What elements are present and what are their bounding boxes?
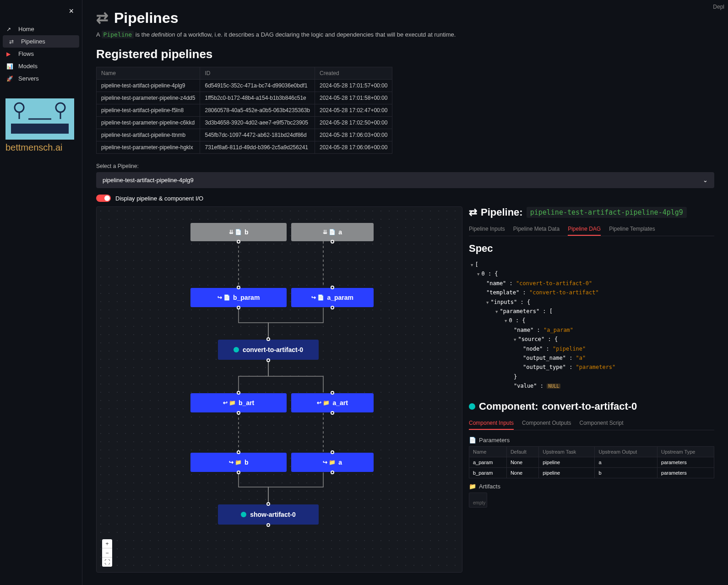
shuffle-icon: ⇄: [469, 206, 477, 218]
logo: bettmensch.ai: [5, 98, 76, 153]
pipeline-detail-title: ⇄ Pipeline: pipeline-test-artifact-pipel…: [469, 206, 714, 218]
tab-pipeline-templates[interactable]: Pipeline Templates: [609, 223, 655, 236]
output-icon: ↩ 📁: [317, 400, 330, 406]
close-icon[interactable]: ×: [69, 6, 74, 16]
table-row[interactable]: pipeline-test-parameter-pipeline-c6kkd3d…: [97, 117, 392, 129]
input-icon: ↪ 📄: [311, 294, 324, 301]
tab-pipeline-dag[interactable]: Pipeline DAG: [568, 223, 601, 236]
node-a-param[interactable]: ↪ 📄a_param: [291, 288, 374, 307]
code-pipeline: Pipeline: [102, 31, 134, 38]
tab-pipeline-meta[interactable]: Pipeline Meta Data: [513, 223, 560, 236]
tab-component-outputs[interactable]: Component Outputs: [522, 417, 571, 430]
pipelines-icon: ⇄: [9, 38, 17, 45]
component-title: Component: convert-to-artifact-0: [469, 401, 714, 412]
col-name: Name: [97, 67, 200, 80]
pipeline-select[interactable]: pipeline-test-artifact-pipeline-4plg9 ⌄: [96, 172, 714, 188]
component-name-badge: convert-to-artifact-0: [542, 401, 637, 412]
main: Depl ⇄ Pipelines A Pipeline is the defin…: [82, 0, 728, 585]
collapse-icon: ⇊ 📄: [323, 229, 336, 235]
nav-servers[interactable]: 🚀Servers: [0, 72, 82, 85]
pipeline-tabs: Pipeline Inputs Pipeline Meta Data Pipel…: [469, 223, 714, 236]
nav-label: Home: [18, 26, 34, 32]
models-icon: 📊: [6, 63, 15, 70]
input-icon: ↪ 📁: [229, 459, 242, 466]
spec-heading: Spec: [469, 243, 714, 255]
folder-icon: 📁: [469, 483, 476, 490]
task-dot-icon: [234, 347, 239, 352]
nav-models[interactable]: 📊Models: [0, 60, 82, 72]
table-row[interactable]: pipeline-test-artifact-pipeline-4plg96d5…: [97, 80, 392, 92]
component-tabs: Component Inputs Component Outputs Compo…: [469, 417, 714, 430]
col-id: ID: [200, 67, 315, 80]
page-description: A Pipeline is the definition of a workfl…: [96, 31, 714, 38]
node-input-a[interactable]: ⇊ 📄a: [291, 223, 374, 241]
node-input-b[interactable]: ⇊ 📄b: [190, 223, 287, 241]
table-row: b_paramNonepipelinebparameters: [469, 468, 714, 478]
page-title: ⇄ Pipelines: [96, 9, 714, 27]
table-row[interactable]: pipeline-test-artifact-pipeline-ttnmb545…: [97, 129, 392, 141]
zoom-fit-button[interactable]: ⛶: [102, 558, 112, 567]
node-convert[interactable]: convert-to-artifact-0: [218, 340, 319, 360]
tab-pipeline-inputs[interactable]: Pipeline Inputs: [469, 223, 505, 236]
node-b-param[interactable]: ↪ 📄b_param: [190, 288, 287, 307]
top-right-text: Depl: [713, 4, 724, 10]
node-show[interactable]: show-artifact-0: [218, 504, 319, 525]
artifacts-heading: 📁Artifacts: [469, 483, 714, 490]
nav-home[interactable]: ↗Home: [0, 23, 82, 35]
io-toggle-row: Display pipeline & component I/O: [96, 195, 714, 202]
registered-heading: Registered pipelines: [96, 47, 714, 61]
sidebar: × ↗Home ⇄Pipelines ▶Flows 📊Models 🚀Serve…: [0, 0, 82, 585]
parameters-heading: 📄Parameters: [469, 437, 714, 444]
nav-label: Pipelines: [21, 38, 45, 45]
zoom-controls: + − ⛶: [102, 539, 112, 567]
io-toggle[interactable]: [96, 195, 111, 202]
nav-label: Models: [18, 63, 38, 70]
nav-pipelines[interactable]: ⇄Pipelines: [3, 35, 79, 48]
table-row[interactable]: pipeline-test-parameter-pipeline-z4dd51f…: [97, 92, 392, 104]
logo-image: [5, 98, 74, 140]
brand-text: bettmensch.ai: [5, 142, 76, 153]
registered-table: Name ID Created pipeline-test-artifact-p…: [96, 67, 392, 154]
pipeline-name-badge: pipeline-test-artifact-pipeline-4plg9: [527, 207, 687, 218]
output-icon: ↩ 📁: [223, 400, 236, 406]
node-a-out[interactable]: ↪ 📁a: [291, 453, 374, 472]
nav: ↗Home ⇄Pipelines ▶Flows 📊Models 🚀Servers: [0, 23, 82, 85]
input-icon: ↪ 📁: [323, 459, 336, 466]
table-row[interactable]: pipeline-test-parameter-pipeline-hgklx73…: [97, 141, 392, 154]
spec-json[interactable]: ▼[ ▼0 : { "name" : "convert-to-artifact-…: [469, 258, 714, 392]
task-dot-icon: [241, 512, 246, 517]
svg-rect-1: [11, 124, 69, 134]
tab-component-script[interactable]: Component Script: [579, 417, 623, 430]
params-icon: 📄: [469, 437, 476, 444]
dag-panel[interactable]: ⇊ 📄b ⇊ 📄a ↪ 📄b_param ↪ 📄a_param convert-…: [96, 206, 462, 573]
table-row: a_paramNonepipelineaparameters: [469, 457, 714, 468]
page-title-text: Pipelines: [114, 10, 179, 27]
parameters-table: NameDefaultUpstream TaskUpstream OutputU…: [469, 446, 714, 478]
component-dot-icon: [469, 403, 475, 410]
nav-label: Flows: [18, 50, 34, 57]
servers-icon: 🚀: [6, 76, 15, 82]
details-panel: ⇄ Pipeline: pipeline-test-artifact-pipel…: [469, 206, 714, 573]
zoom-out-button[interactable]: −: [102, 548, 112, 558]
node-b-out[interactable]: ↪ 📁b: [190, 453, 287, 472]
selector-label: Select a Pipeline:: [96, 163, 714, 169]
collapse-icon: ⇊ 📄: [229, 229, 242, 235]
shuffle-icon: ⇄: [96, 9, 109, 27]
nav-flows[interactable]: ▶Flows: [0, 48, 82, 60]
tab-component-inputs[interactable]: Component Inputs: [469, 417, 514, 430]
input-icon: ↪ 📄: [217, 294, 230, 301]
select-value: pipeline-test-artifact-pipeline-4plg9: [103, 177, 194, 184]
home-icon: ↗: [6, 26, 15, 32]
zoom-in-button[interactable]: +: [102, 539, 112, 548]
nav-label: Servers: [18, 75, 39, 82]
table-row[interactable]: pipeline-test-artifact-pipeline-f5ln8280…: [97, 104, 392, 117]
node-a-art[interactable]: ↩ 📁a_art: [291, 393, 374, 412]
node-b-art[interactable]: ↩ 📁b_art: [190, 393, 287, 412]
flows-icon: ▶: [6, 51, 15, 57]
toggle-label: Display pipeline & component I/O: [115, 195, 203, 202]
col-created: Created: [315, 67, 392, 80]
artifacts-empty: empty: [469, 493, 487, 508]
chevron-down-icon: ⌄: [703, 177, 708, 184]
